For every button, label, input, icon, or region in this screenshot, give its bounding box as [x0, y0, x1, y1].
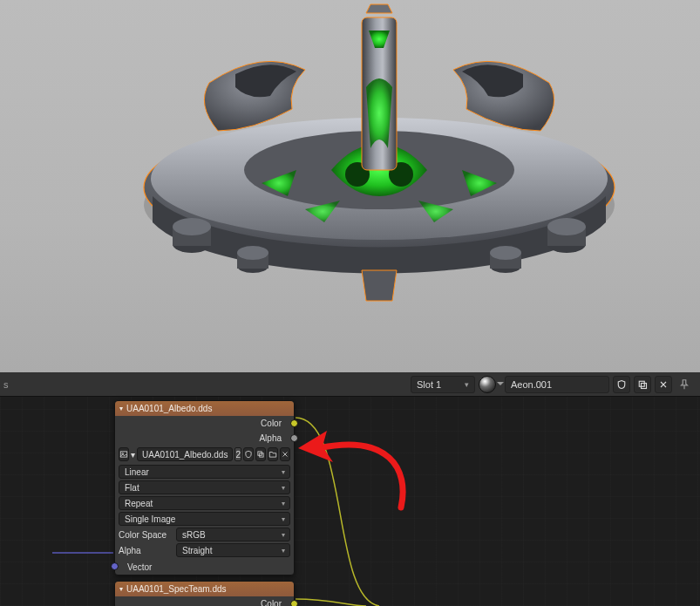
chevron-down-icon: ▾ [282, 468, 285, 476]
material-slot-label: Slot 1 [417, 379, 441, 390]
output-color-socket-row: Color [115, 416, 294, 431]
input-vector-socket-row: Vector [115, 559, 294, 575]
material-slot-dropdown[interactable]: Slot 1 ▾ [411, 376, 475, 393]
output-alpha-socket-row: Alpha [115, 431, 294, 446]
svg-point-12 [547, 218, 586, 235]
collapse-icon[interactable]: ▾ [119, 585, 123, 593]
socket-color-out[interactable] [290, 419, 298, 427]
open-image-icon[interactable] [268, 447, 278, 461]
svg-point-15 [237, 246, 268, 260]
socket-vector-in[interactable] [111, 562, 119, 570]
node-title: UAA0101_SpecTeam.dds [126, 584, 227, 594]
collapse-icon[interactable]: ▾ [119, 405, 123, 412]
new-image-icon[interactable] [255, 447, 266, 461]
chevron-down-icon: ▾ [282, 531, 285, 539]
node-header[interactable]: ▾ UAA0101_SpecTeam.dds [115, 582, 294, 596]
fake-user-toggle[interactable] [613, 376, 630, 393]
chevron-down-icon: ▾ [282, 515, 285, 523]
chevron-down-icon: ▾ [282, 500, 285, 507]
socket-alpha-out[interactable] [290, 434, 298, 442]
viewport-3d[interactable] [0, 0, 700, 372]
image-name-field[interactable]: UAA0101_Albedo.dds [137, 447, 233, 461]
users-count[interactable]: 2 [234, 447, 241, 461]
unlink-image-icon[interactable] [280, 447, 290, 461]
colorspace-row: Color Space sRGB ▾ [119, 528, 290, 541]
annotation-arrow [288, 412, 427, 525]
svg-rect-20 [642, 383, 647, 388]
new-material-button[interactable] [634, 376, 651, 393]
pin-toggle[interactable] [676, 376, 693, 393]
image-browse-button[interactable] [119, 447, 129, 461]
image-datablock-row: ▾ UAA0101_Albedo.dds 2 [115, 446, 294, 463]
image-texture-node-specteam[interactable]: ▾ UAA0101_SpecTeam.dds Color [114, 581, 295, 606]
extension-dropdown[interactable]: Repeat ▾ [119, 496, 290, 510]
svg-point-18 [490, 246, 521, 260]
chevron-down-icon: ▾ [465, 380, 469, 389]
socket-color-out[interactable] [290, 600, 298, 606]
image-texture-node-albedo[interactable]: ▾ UAA0101_Albedo.dds Color Alpha ▾ UAA01… [114, 400, 295, 575]
alpha-mode-dropdown[interactable]: Straight ▾ [176, 543, 290, 557]
fake-user-icon[interactable] [243, 447, 254, 461]
svg-point-9 [173, 218, 211, 235]
sidebar-truncation: s [3, 379, 10, 390]
unlink-material-button[interactable] [655, 376, 672, 393]
material-name-input[interactable]: Aeon.001 [505, 376, 609, 393]
node-editor[interactable]: s Slot 1 ▾ Aeon.001 [0, 372, 700, 606]
output-color-socket-row: Color [115, 596, 294, 606]
node-header[interactable]: ▾ UAA0101_Albedo.dds [115, 401, 294, 416]
chevron-down-icon: ▾ [282, 547, 285, 555]
svg-rect-19 [639, 381, 644, 386]
source-dropdown[interactable]: Single Image ▾ [119, 512, 290, 526]
chevron-down-icon[interactable]: ▾ [131, 447, 135, 461]
interpolation-dropdown[interactable]: Linear ▾ [119, 465, 290, 479]
node-editor-header: s Slot 1 ▾ Aeon.001 [0, 372, 700, 397]
material-preview-sphere[interactable] [479, 376, 496, 393]
alpha-mode-row: Alpha Straight ▾ [119, 543, 290, 557]
chevron-down-icon: ▾ [282, 484, 285, 492]
colorspace-dropdown[interactable]: sRGB ▾ [176, 528, 290, 541]
node-title: UAA0101_Albedo.dds [126, 404, 212, 413]
projection-dropdown[interactable]: Flat ▾ [119, 480, 290, 494]
